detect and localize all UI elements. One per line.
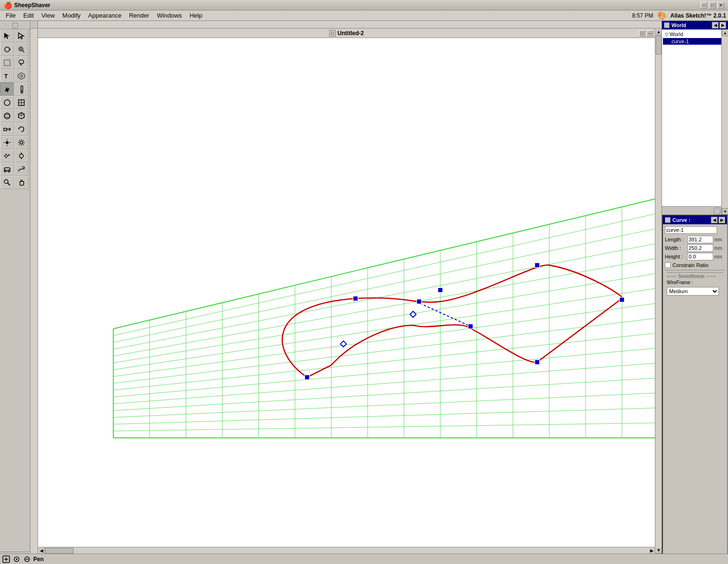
- svg-point-23: [6, 141, 9, 144]
- world-scroll-track: [722, 36, 728, 208]
- width-unit: mm: [714, 246, 722, 251]
- svg-marker-9: [19, 74, 23, 78]
- tool-lights[interactable]: [0, 136, 14, 149]
- tool-rotate[interactable]: [0, 43, 14, 56]
- wireframe-select[interactable]: Coarse Medium Fine: [667, 287, 719, 296]
- wireframe-row: WireFrame :: [667, 280, 723, 285]
- constrain-checkbox[interactable]: [665, 262, 671, 268]
- ruler-h-ticks: [38, 21, 662, 29]
- menu-help[interactable]: Help: [186, 11, 206, 20]
- props-nav-left[interactable]: ◀: [711, 217, 718, 223]
- menu-file[interactable]: File: [2, 11, 19, 20]
- app-brand-icon: 🎨: [657, 11, 667, 20]
- scroll-right-btn[interactable]: ▶: [648, 547, 655, 554]
- tool-row-11: [0, 163, 30, 176]
- curve-name-input[interactable]: [665, 226, 717, 234]
- tool-edit2[interactable]: [14, 123, 28, 136]
- scroll-thumb-h[interactable]: [45, 548, 74, 554]
- canvas-expand-btn[interactable]: □: [639, 30, 645, 37]
- svg-point-11: [21, 91, 23, 93]
- tree-curve1-item[interactable]: curve-1: [663, 38, 727, 45]
- tool-sun[interactable]: [14, 136, 28, 149]
- scroll-thumb-v[interactable]: [656, 36, 662, 55]
- tool-pen[interactable]: [0, 83, 14, 96]
- height-row: Height : mm: [665, 253, 725, 260]
- svg-point-39: [7, 155, 9, 157]
- width-input[interactable]: [687, 244, 713, 252]
- svg-line-20: [19, 114, 21, 116]
- props-content: Length : mm Width : mm Height : mm Cons: [663, 224, 727, 299]
- maximize-button[interactable]: □: [709, 2, 716, 9]
- world-scroll-up[interactable]: ▲: [722, 29, 728, 36]
- tool-bone1[interactable]: [0, 163, 14, 176]
- close-button[interactable]: ✕: [718, 2, 724, 9]
- tool-row-5: [0, 83, 30, 96]
- tool-lasso[interactable]: [14, 56, 28, 69]
- length-unit: mm: [714, 237, 722, 242]
- scroll-left-btn[interactable]: ◀: [38, 547, 45, 554]
- smoothness-label: Smoothness: [678, 274, 705, 279]
- tool-circle[interactable]: [0, 96, 14, 109]
- tool-select-point[interactable]: [14, 29, 28, 43]
- bottom-icon-2[interactable]: [12, 555, 21, 564]
- svg-rect-10: [21, 86, 23, 91]
- world-bottom-bar: [662, 206, 721, 215]
- svg-point-0: [5, 47, 9, 52]
- tool-magnify[interactable]: [0, 176, 14, 189]
- menu-view[interactable]: View: [38, 11, 58, 20]
- tool-zoom[interactable]: [14, 43, 28, 56]
- menu-modify[interactable]: Modify: [58, 11, 84, 20]
- svg-point-18: [4, 115, 10, 117]
- props-panel-nav: ◀ ▶: [711, 217, 725, 223]
- bottom-icon-3[interactable]: [23, 555, 31, 564]
- menu-edit[interactable]: Edit: [19, 11, 38, 20]
- tool-bone2[interactable]: [14, 163, 28, 176]
- svg-line-35: [23, 140, 24, 141]
- minimize-button[interactable]: ─: [700, 2, 707, 9]
- apple-logo-icon: 🍎: [4, 1, 11, 9]
- bottom-tool-label: Pen: [33, 556, 44, 563]
- tool-row-2: [0, 43, 30, 56]
- canvas-collapse-btn[interactable]: ─: [646, 30, 653, 37]
- tool-transform[interactable]: [14, 149, 28, 163]
- menu-appearance[interactable]: Appearance: [85, 11, 125, 20]
- world-nav-right[interactable]: ▶: [719, 22, 726, 29]
- tool-sphere[interactable]: [0, 109, 14, 123]
- scroll-up-btn[interactable]: ▲: [655, 29, 662, 35]
- world-panel-titlebar: World ◀ ▶: [662, 21, 728, 29]
- tool-hand[interactable]: [14, 176, 28, 189]
- props-icon: [665, 217, 671, 223]
- tool-paint[interactable]: [14, 69, 28, 83]
- props-nav-right[interactable]: ▶: [719, 217, 725, 223]
- tool-cube[interactable]: [14, 109, 28, 123]
- tool-scatter[interactable]: [0, 149, 14, 163]
- length-input[interactable]: [687, 236, 713, 243]
- svg-point-42: [19, 154, 23, 158]
- tool-row-1: [0, 29, 30, 43]
- world-scroll-down[interactable]: ▼: [722, 208, 728, 215]
- tree-curve1-label: curve-1: [665, 38, 689, 44]
- canvas-inner[interactable]: [38, 38, 655, 547]
- height-input[interactable]: [687, 253, 713, 260]
- app-title: SheepShaver: [14, 2, 50, 9]
- props-panel: Curve : ◀ ▶ Length : mm Width : mm: [662, 215, 728, 564]
- scroll-down-btn[interactable]: ▼: [655, 547, 662, 554]
- tool-edit1[interactable]: [0, 123, 14, 136]
- tree-world-item[interactable]: ▽ World: [663, 30, 727, 38]
- bottom-icon-1[interactable]: [2, 555, 10, 564]
- canvas-title-bar: □ Untitled-2 □ ─: [38, 29, 655, 38]
- canvas-window-controls: □ ─: [639, 30, 653, 37]
- tool-box[interactable]: [14, 96, 28, 109]
- tool-eyedropper[interactable]: [14, 83, 28, 96]
- tool-select-arrow[interactable]: [0, 29, 14, 43]
- world-bottom-btn[interactable]: [714, 208, 720, 214]
- world-nav-left[interactable]: ◀: [712, 22, 719, 29]
- menu-render[interactable]: Render: [125, 11, 153, 20]
- tool-row-12: [0, 176, 30, 189]
- svg-line-2: [22, 50, 24, 52]
- ruler-corner: [12, 23, 18, 29]
- menu-windows[interactable]: Windows: [153, 11, 186, 20]
- tool-marquee[interactable]: [0, 56, 14, 69]
- tool-text[interactable]: T: [0, 69, 14, 83]
- tool-row-10: [0, 149, 30, 163]
